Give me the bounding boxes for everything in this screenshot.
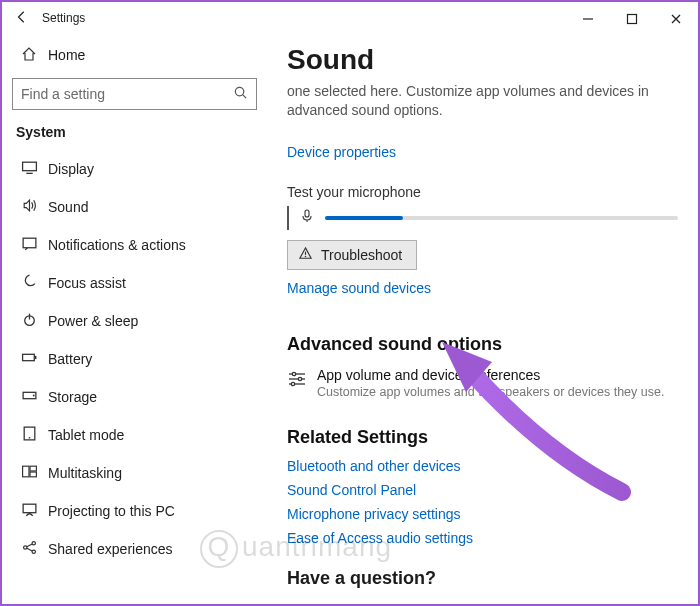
mic-level-meter <box>325 216 678 220</box>
sidebar-item-multitasking[interactable]: Multitasking <box>12 454 257 492</box>
svg-rect-4 <box>22 162 36 171</box>
microphone-icon <box>299 208 321 227</box>
page-title-text: Sound <box>287 44 678 76</box>
page-title: Sound <box>287 44 678 76</box>
sidebar-item-storage[interactable]: Storage <box>12 378 257 416</box>
adv-item-title: App volume and device preferences <box>317 367 664 383</box>
sidebar-item-power[interactable]: Power & sleep <box>12 302 257 340</box>
battery-icon <box>16 349 42 369</box>
sidebar-item-label: Sound <box>42 199 88 215</box>
svg-point-30 <box>291 382 294 385</box>
multitasking-icon <box>16 463 42 483</box>
svg-rect-22 <box>305 210 309 217</box>
svg-point-24 <box>305 256 307 258</box>
sidebar-item-label: Battery <box>42 351 92 367</box>
troubleshoot-button[interactable]: Troubleshoot <box>287 240 417 270</box>
sidebar-item-label: Display <box>42 161 94 177</box>
window-title: Settings <box>36 11 566 25</box>
tablet-icon <box>16 425 42 445</box>
svg-rect-1 <box>628 14 637 23</box>
sidebar-home-label: Home <box>42 47 85 63</box>
mic-level-row <box>287 206 678 230</box>
svg-point-12 <box>32 395 34 397</box>
sidebar-item-label: Storage <box>42 389 97 405</box>
sidebar-item-focus-assist[interactable]: Focus assist <box>12 264 257 302</box>
sidebar: Home Find a setting System Display <box>2 34 267 604</box>
notifications-icon <box>16 235 42 255</box>
svg-point-28 <box>292 372 295 375</box>
display-icon <box>16 159 42 179</box>
related-link-sound-panel[interactable]: Sound Control Panel <box>287 482 678 498</box>
sidebar-item-display[interactable]: Display <box>12 150 257 188</box>
close-button[interactable] <box>654 2 698 34</box>
search-input[interactable]: Find a setting <box>12 78 257 110</box>
related-link-ease-access[interactable]: Ease of Access audio settings <box>287 530 678 546</box>
sidebar-home[interactable]: Home <box>12 38 257 72</box>
search-placeholder: Find a setting <box>21 86 233 102</box>
main-content: Sound one selected here. Customize app v… <box>267 34 698 604</box>
power-icon <box>16 311 42 331</box>
minimize-button[interactable] <box>566 2 610 34</box>
app-volume-preferences[interactable]: App volume and device preferences Custom… <box>287 365 678 399</box>
sidebar-item-projecting[interactable]: Projecting to this PC <box>12 492 257 530</box>
sidebar-item-label: Notifications & actions <box>42 237 186 253</box>
sidebar-item-label: Focus assist <box>42 275 126 291</box>
adv-item-subtitle: Customize app volumes and the speakers o… <box>317 385 664 399</box>
sidebar-item-tablet[interactable]: Tablet mode <box>12 416 257 454</box>
maximize-button[interactable] <box>610 2 654 34</box>
sidebar-item-label: Shared experiences <box>42 541 173 557</box>
svg-line-3 <box>243 95 246 98</box>
scrollbar[interactable] <box>684 34 698 604</box>
mic-level-fill <box>325 216 403 220</box>
projecting-icon <box>16 501 42 521</box>
sidebar-item-label: Projecting to this PC <box>42 503 175 519</box>
svg-rect-6 <box>23 238 36 248</box>
sidebar-group-title: System <box>16 124 257 140</box>
svg-rect-9 <box>22 354 34 360</box>
intro-text: one selected here. Customize app volumes… <box>287 82 678 120</box>
manage-devices-link[interactable]: Manage sound devices <box>287 280 431 296</box>
svg-rect-17 <box>30 472 36 477</box>
svg-point-19 <box>23 546 26 549</box>
sidebar-nav: Display Sound Notifications & actions <box>12 150 257 568</box>
storage-icon <box>16 387 42 407</box>
sidebar-item-label: Tablet mode <box>42 427 124 443</box>
sidebar-item-notifications[interactable]: Notifications & actions <box>12 226 257 264</box>
svg-rect-18 <box>23 504 36 513</box>
related-link-mic-privacy[interactable]: Microphone privacy settings <box>287 506 678 522</box>
home-icon <box>16 46 42 65</box>
sliders-icon <box>287 367 317 399</box>
sidebar-item-label: Power & sleep <box>42 313 138 329</box>
svg-point-20 <box>32 542 35 545</box>
svg-point-2 <box>235 87 243 95</box>
sidebar-item-label: Multitasking <box>42 465 122 481</box>
svg-point-29 <box>298 377 301 380</box>
focus-assist-icon <box>16 273 42 293</box>
svg-rect-10 <box>34 356 36 359</box>
sound-icon <box>16 197 42 217</box>
back-button[interactable] <box>8 10 36 27</box>
shared-icon <box>16 539 42 559</box>
sidebar-item-sound[interactable]: Sound <box>12 188 257 226</box>
search-icon <box>233 85 248 103</box>
troubleshoot-label: Troubleshoot <box>321 247 402 263</box>
svg-rect-16 <box>30 466 36 471</box>
sidebar-item-battery[interactable]: Battery <box>12 340 257 378</box>
svg-point-14 <box>28 437 30 439</box>
related-link-bluetooth[interactable]: Bluetooth and other devices <box>287 458 678 474</box>
test-mic-label: Test your microphone <box>287 184 678 200</box>
related-heading: Related Settings <box>287 427 678 448</box>
svg-rect-15 <box>22 466 28 477</box>
advanced-heading: Advanced sound options <box>287 334 678 355</box>
question-heading: Have a question? <box>287 568 678 589</box>
sidebar-item-shared[interactable]: Shared experiences <box>12 530 257 568</box>
svg-point-21 <box>32 550 35 553</box>
warning-icon <box>298 246 313 264</box>
device-properties-link[interactable]: Device properties <box>287 144 396 160</box>
